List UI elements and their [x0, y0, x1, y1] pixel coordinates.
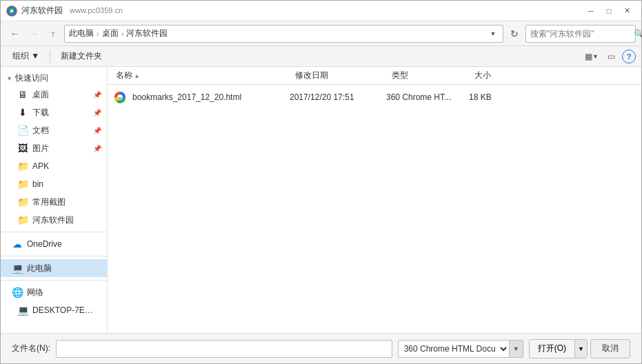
docs-pin-icon: 📌 — [93, 127, 101, 134]
sidebar-label-network: 网络 — [27, 287, 101, 299]
docs-icon: 📄 — [17, 125, 28, 136]
file-name-text: bookmarks_2017_12_20.html — [132, 92, 241, 102]
file-icon: 360 — [113, 90, 127, 104]
pics-icon: 🖼 — [17, 143, 28, 154]
open-button[interactable]: 打开(O) — [530, 340, 574, 358]
col-date-label: 修改日期 — [295, 70, 328, 81]
sidebar-item-screenshots[interactable]: 📁 常用截图 — [1, 193, 107, 211]
view-mode-button[interactable]: ▦ ▼ — [583, 48, 600, 65]
sidebar: ▼ 快速访问 🖥 桌面 📌 ⬇ 下载 📌 📄 文档 📌 🖼 图片 — [1, 67, 108, 333]
address-path[interactable]: 此电脑 › 桌面 › 河东软件园 ▼ — [64, 25, 503, 43]
sidebar-item-desktop[interactable]: 🖥 桌面 📌 — [1, 85, 107, 103]
screenshots-icon: 📁 — [17, 196, 28, 208]
site-name: 河东软件园 — [21, 6, 63, 15]
sidebar-label-onedrive: OneDrive — [27, 239, 101, 249]
action-buttons: 打开(O) ▼ 取消 — [529, 339, 630, 358]
filetype-select[interactable]: 360 Chrome HTML Documer — [399, 341, 509, 357]
sidebar-divider-2 — [1, 256, 107, 256]
file-date-cell: 2017/12/20 17:51 — [290, 92, 386, 102]
path-sep-1: › — [97, 30, 99, 38]
help-button[interactable]: ? — [622, 50, 636, 63]
up-button[interactable]: ↑ — [45, 26, 61, 42]
file-dialog-window: 河东软件园 www.pc0359.cn ─ □ ✕ ← → ↑ 此电脑 › 桌面… — [0, 0, 642, 364]
sidebar-label-pics: 图片 — [32, 143, 89, 154]
sidebar-label-desktop2: DESKTOP-7ETC... — [32, 305, 94, 315]
col-size-label: 大小 — [474, 70, 491, 81]
search-icon[interactable]: 🔍 — [634, 29, 642, 39]
filetype-select-wrapper[interactable]: 360 Chrome HTML Documer ▼ — [398, 340, 523, 358]
back-button[interactable]: ← — [6, 26, 23, 42]
quick-access-expand-icon: ▼ — [6, 75, 12, 82]
file-type-cell: 360 Chrome HT... — [386, 92, 469, 102]
sidebar-item-desktop2[interactable]: 💻 DESKTOP-7ETC... — [1, 301, 107, 319]
pics-pin-icon: 📌 — [93, 145, 101, 152]
cancel-button[interactable]: 取消 — [590, 339, 630, 358]
refresh-button[interactable]: ↻ — [506, 26, 523, 42]
title-bar-text: 河东软件园 www.pc0359.cn — [21, 5, 123, 17]
sidebar-label-apk: APK — [32, 161, 101, 171]
path-segment-3: 河东软件园 — [126, 28, 168, 39]
maximize-button[interactable]: □ — [600, 3, 618, 19]
bin-icon: 📁 — [17, 179, 28, 190]
path-segment-1: 此电脑 — [69, 28, 94, 39]
open-button-group: 打开(O) ▼ — [529, 339, 588, 358]
download-pin-icon: 📌 — [93, 109, 101, 117]
path-dropdown-icon[interactable]: ▼ — [488, 28, 499, 39]
sidebar-label-desktop: 桌面 — [32, 89, 89, 101]
file-area: 名称 ▲ 修改日期 类型 大小 — [108, 67, 641, 333]
path-sep-2: › — [121, 30, 124, 38]
sidebar-item-apk[interactable]: 📁 APK — [1, 157, 107, 175]
preview-pane-button[interactable]: ▭ — [603, 48, 619, 65]
table-row[interactable]: 360 bookmarks_2017_12_20.html 2017/12/20… — [108, 88, 641, 107]
filename-label: 文件名(N): — [12, 343, 50, 354]
filetype-dropdown-button[interactable]: ▼ — [509, 341, 523, 357]
toolbar-right: ▦ ▼ ▭ ? — [583, 48, 636, 65]
desktop-icon: 🖥 — [17, 89, 28, 100]
file-name-cell: 360 bookmarks_2017_12_20.html — [113, 90, 290, 104]
hedong-icon: 📁 — [17, 214, 28, 225]
sidebar-item-download[interactable]: ⬇ 下载 📌 — [1, 103, 107, 121]
close-button[interactable]: ✕ — [618, 3, 636, 19]
sidebar-item-onedrive[interactable]: ☁ OneDrive — [1, 235, 107, 253]
download-icon: ⬇ — [17, 107, 28, 118]
col-header-date[interactable]: 修改日期 — [292, 70, 389, 81]
sidebar-label-thispc: 此电脑 — [27, 263, 101, 274]
search-box[interactable]: 🔍 — [525, 25, 636, 43]
sidebar-item-docs[interactable]: 📄 文档 📌 — [1, 121, 107, 139]
desktop-pin-icon: 📌 — [93, 91, 101, 99]
sidebar-label-docs: 文档 — [32, 125, 89, 136]
sidebar-label-bin: bin — [32, 179, 101, 189]
svg-point-2 — [10, 10, 13, 12]
sidebar-divider-1 — [1, 232, 107, 232]
filename-input[interactable] — [56, 340, 392, 358]
sidebar-label-screenshots: 常用截图 — [32, 196, 101, 208]
col-header-size[interactable]: 大小 — [472, 70, 527, 81]
quick-access-header[interactable]: ▼ 快速访问 — [1, 70, 107, 85]
site-url: www.pc0359.cn — [70, 6, 123, 14]
col-header-type[interactable]: 类型 — [389, 70, 472, 81]
column-headers: 名称 ▲ 修改日期 类型 大小 — [108, 67, 641, 85]
minimize-button[interactable]: ─ — [582, 3, 600, 19]
open-dropdown-button[interactable]: ▼ — [574, 340, 587, 358]
file-list: 360 bookmarks_2017_12_20.html 2017/12/20… — [108, 85, 641, 333]
sidebar-item-network[interactable]: 🌐 网络 — [1, 283, 107, 301]
sidebar-item-hedong[interactable]: 📁 河东软件园 — [1, 211, 107, 229]
organize-button[interactable]: 组织 ▼ — [6, 48, 46, 65]
sidebar-label-hedong: 河东软件园 — [32, 214, 101, 226]
col-name-label: 名称 — [116, 70, 132, 81]
sidebar-item-pics[interactable]: 🖼 图片 📌 — [1, 139, 107, 157]
toolbar-separator — [50, 50, 50, 63]
apk-icon: 📁 — [17, 161, 28, 172]
col-header-name[interactable]: 名称 ▲ — [113, 70, 292, 81]
new-folder-button[interactable]: 新建文件夹 — [54, 48, 108, 65]
sidebar-item-thispc[interactable]: 💻 此电脑 — [1, 259, 107, 277]
address-bar: ← → ↑ 此电脑 › 桌面 › 河东软件园 ▼ ↻ 🔍 — [1, 21, 641, 46]
app-logo — [6, 6, 17, 17]
title-bar-controls: ─ □ ✕ — [582, 3, 636, 19]
search-input[interactable] — [530, 29, 634, 39]
forward-button[interactable]: → — [26, 26, 42, 42]
quick-access-label: 快速访问 — [15, 72, 48, 84]
toolbar: 组织 ▼ 新建文件夹 ▦ ▼ ▭ ? — [1, 46, 641, 67]
sidebar-item-bin[interactable]: 📁 bin — [1, 175, 107, 193]
desktop2-icon: 💻 — [17, 305, 28, 316]
